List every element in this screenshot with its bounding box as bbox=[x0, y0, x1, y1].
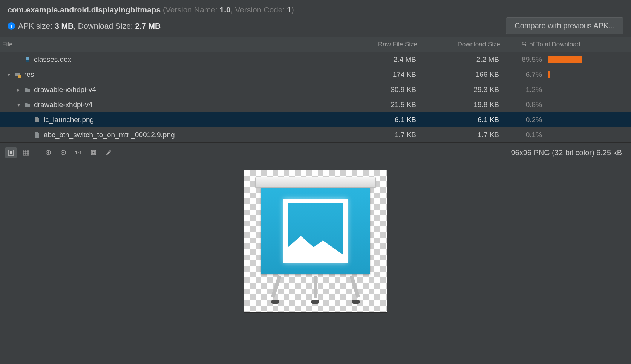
cell-percent: 0.8% bbox=[505, 101, 547, 109]
apk-sizes: APK size: 3 MB, Download Size: 2.7 MB bbox=[18, 21, 161, 31]
file-name: drawable-xxhdpi-v4 bbox=[34, 86, 96, 94]
launcher-icon-preview bbox=[255, 177, 376, 305]
cell-file: ▸classes.dex bbox=[0, 55, 339, 64]
svg-rect-7 bbox=[92, 151, 95, 154]
cell-download-size: 1.7 KB bbox=[422, 131, 505, 139]
chevron-right-icon[interactable]: ▸ bbox=[16, 87, 21, 92]
png-icon bbox=[34, 132, 41, 138]
percent-bar bbox=[548, 71, 550, 78]
zoom-in-icon[interactable] bbox=[43, 147, 54, 158]
table-row[interactable]: ▾res174 KB166 KB6.7% bbox=[0, 67, 631, 82]
preview-toolbar: 1:1 96x96 PNG (32-bit color) 6.25 kB bbox=[0, 143, 631, 162]
cell-raw-size: 174 KB bbox=[339, 70, 422, 79]
version-name-label: (Version Name: bbox=[163, 5, 220, 14]
cell-raw-size: 2.4 MB bbox=[339, 55, 422, 64]
table-row[interactable]: ▸drawable-xxhdpi-v430.9 KB29.3 KB1.2% bbox=[0, 82, 631, 97]
col-download-size[interactable]: Download Size bbox=[422, 41, 505, 48]
folder-icon bbox=[24, 86, 31, 93]
grid-icon[interactable] bbox=[20, 147, 32, 158]
cell-download-size: 6.1 KB bbox=[422, 116, 505, 124]
col-raw-size[interactable]: Raw File Size bbox=[339, 41, 422, 48]
cell-download-size: 166 KB bbox=[422, 70, 505, 79]
fit-zoom-icon[interactable] bbox=[5, 147, 17, 158]
cell-raw-size: 21.5 KB bbox=[339, 101, 422, 109]
compare-apk-button[interactable]: Compare with previous APK... bbox=[506, 17, 623, 34]
table-row[interactable]: ▸ic_launcher.png6.1 KB6.1 KB0.2% bbox=[0, 112, 631, 127]
info-icon: i bbox=[8, 22, 15, 30]
folder-icon bbox=[24, 101, 31, 108]
cell-raw-size: 30.9 KB bbox=[339, 86, 422, 94]
chevron-down-icon[interactable]: ▾ bbox=[16, 102, 21, 107]
preview-canvas[interactable] bbox=[0, 162, 631, 364]
col-file[interactable]: File bbox=[0, 41, 339, 48]
chevron-down-icon[interactable]: ▾ bbox=[6, 72, 11, 77]
package-line: com.example.android.displayingbitmaps (V… bbox=[8, 5, 623, 14]
file-name: ic_launcher.png bbox=[44, 116, 94, 124]
package-name: com.example.android.displayingbitmaps bbox=[8, 5, 161, 14]
cell-download-size: 29.3 KB bbox=[422, 86, 505, 94]
one-to-one-icon[interactable]: 1:1 bbox=[73, 147, 84, 158]
table-header: File Raw File Size Download Size % of To… bbox=[0, 37, 631, 52]
cell-file: ▾drawable-xhdpi-v4 bbox=[0, 101, 339, 109]
cell-bar bbox=[547, 56, 592, 63]
cell-percent: 1.2% bbox=[505, 86, 547, 94]
color-picker-icon[interactable] bbox=[103, 147, 114, 158]
cell-file: ▸ic_launcher.png bbox=[0, 116, 339, 124]
file-name: abc_btn_switch_to_on_mtrl_00012.9.png bbox=[44, 131, 175, 139]
cell-raw-size: 1.7 KB bbox=[339, 131, 422, 139]
toolbar-separator bbox=[37, 148, 37, 157]
png-icon bbox=[34, 116, 41, 123]
table-row[interactable]: ▸abc_btn_switch_to_on_mtrl_00012.9.png1.… bbox=[0, 127, 631, 142]
svg-rect-3 bbox=[10, 151, 12, 154]
table-row[interactable]: ▸classes.dex2.4 MB2.2 MB89.5% bbox=[0, 52, 631, 67]
cell-file: ▾res bbox=[0, 70, 339, 79]
folder-res-icon bbox=[14, 71, 21, 78]
svg-rect-0 bbox=[26, 60, 29, 62]
cell-file: ▸drawable-xxhdpi-v4 bbox=[0, 86, 339, 94]
apk-header: com.example.android.displayingbitmaps (V… bbox=[0, 0, 631, 37]
preview-panel: 1:1 96x96 PNG (32-bit color) 6.25 kB bbox=[0, 143, 631, 364]
cell-download-size: 19.8 KB bbox=[422, 101, 505, 109]
cell-raw-size: 6.1 KB bbox=[339, 116, 422, 124]
version-name: 1.0 bbox=[220, 5, 231, 14]
version-code-label: , Version Code: bbox=[231, 5, 287, 14]
checker-background bbox=[244, 170, 387, 313]
cell-bar bbox=[547, 71, 592, 78]
cell-file: ▸abc_btn_switch_to_on_mtrl_00012.9.png bbox=[0, 131, 339, 139]
percent-bar bbox=[548, 56, 582, 63]
col-percent[interactable]: % of Total Download ... bbox=[505, 41, 592, 48]
svg-rect-6 bbox=[91, 150, 96, 155]
table-body: ▸classes.dex2.4 MB2.2 MB89.5%▾res174 KB1… bbox=[0, 52, 631, 143]
crop-icon[interactable] bbox=[88, 147, 99, 158]
cell-percent: 0.2% bbox=[505, 116, 547, 124]
cell-download-size: 2.2 MB bbox=[422, 55, 505, 64]
dex-icon bbox=[24, 56, 31, 63]
file-name: drawable-xhdpi-v4 bbox=[34, 101, 92, 109]
image-info: 96x96 PNG (32-bit color) 6.25 kB bbox=[511, 148, 626, 157]
zoom-out-icon[interactable] bbox=[58, 147, 69, 158]
version-code: 1 bbox=[287, 5, 291, 14]
file-name: res bbox=[24, 70, 34, 79]
svg-rect-1 bbox=[18, 75, 21, 78]
file-name: classes.dex bbox=[34, 55, 71, 64]
table-row[interactable]: ▾drawable-xhdpi-v421.5 KB19.8 KB0.8% bbox=[0, 97, 631, 112]
cell-percent: 89.5% bbox=[505, 55, 547, 64]
cell-percent: 0.1% bbox=[505, 131, 547, 139]
file-table: File Raw File Size Download Size % of To… bbox=[0, 37, 631, 143]
cell-percent: 6.7% bbox=[505, 70, 547, 79]
